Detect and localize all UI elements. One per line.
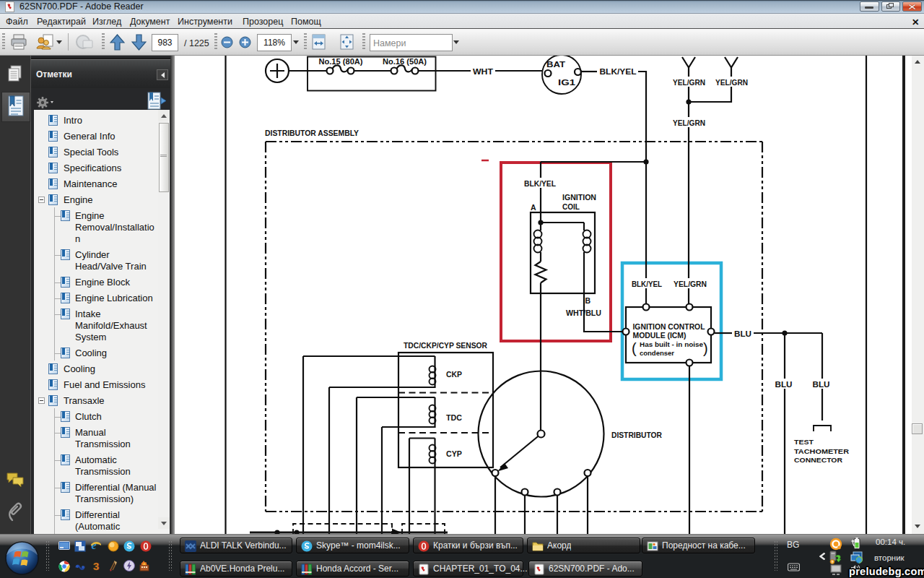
svg-text:WHT: WHT bbox=[473, 67, 494, 76]
svg-text:IGNITION: IGNITION bbox=[562, 193, 596, 202]
svg-text:B: B bbox=[585, 296, 591, 305]
svg-text:3: 3 bbox=[93, 560, 99, 571]
svg-text:TDC/CKP/CYP SENSOR: TDC/CKP/CYP SENSOR bbox=[404, 341, 487, 350]
svg-text:IG1: IG1 bbox=[558, 78, 575, 87]
svg-text:BAT: BAT bbox=[546, 60, 566, 69]
svg-text:YEL/GRN: YEL/GRN bbox=[673, 78, 705, 87]
svg-text:CONNECTOR: CONNECTOR bbox=[794, 456, 842, 464]
svg-text:No.16 (50A): No.16 (50A) bbox=[383, 57, 427, 66]
svg-text:No.15 (80A): No.15 (80A) bbox=[319, 57, 363, 66]
svg-text:condenser: condenser bbox=[640, 349, 674, 357]
svg-text:DISTRIBUTOR ASSEMBLY: DISTRIBUTOR ASSEMBLY bbox=[265, 129, 359, 137]
svg-text:TACHOMETER: TACHOMETER bbox=[794, 447, 849, 455]
svg-text:BLU: BLU bbox=[775, 380, 793, 389]
svg-text:?: ? bbox=[832, 560, 834, 564]
svg-text:BLK/YEL: BLK/YEL bbox=[524, 179, 557, 188]
svg-text:CKP: CKP bbox=[446, 370, 462, 379]
svg-text:IGNITION CONTROL: IGNITION CONTROL bbox=[633, 323, 705, 331]
svg-text:TEST: TEST bbox=[794, 438, 814, 446]
svg-text:): ) bbox=[703, 340, 708, 356]
svg-text:YEL/GRN: YEL/GRN bbox=[674, 280, 707, 288]
svg-text:YEL/GRN: YEL/GRN bbox=[715, 78, 748, 87]
svg-text:BLU: BLU bbox=[734, 329, 751, 338]
svg-text:WHT/BLU: WHT/BLU bbox=[566, 309, 601, 317]
svg-text:BLU: BLU bbox=[813, 380, 830, 389]
svg-text:BLK/YEL: BLK/YEL bbox=[632, 280, 663, 288]
svg-text:CYP: CYP bbox=[446, 449, 462, 458]
svg-text:MODULE (ICM): MODULE (ICM) bbox=[633, 332, 687, 340]
svg-text:DISTRIBUTOR: DISTRIBUTOR bbox=[611, 431, 662, 439]
svg-text:BLK/YEL: BLK/YEL bbox=[600, 67, 637, 76]
svg-text:COIL: COIL bbox=[562, 202, 580, 211]
svg-text:e: e bbox=[92, 540, 97, 551]
svg-text:A: A bbox=[531, 203, 536, 212]
svg-text:Has built - in noise: Has built - in noise bbox=[640, 340, 703, 348]
svg-text:TDC: TDC bbox=[446, 413, 462, 422]
svg-text:YEL/GRN: YEL/GRN bbox=[673, 118, 705, 127]
svg-text:(: ( bbox=[632, 340, 637, 356]
